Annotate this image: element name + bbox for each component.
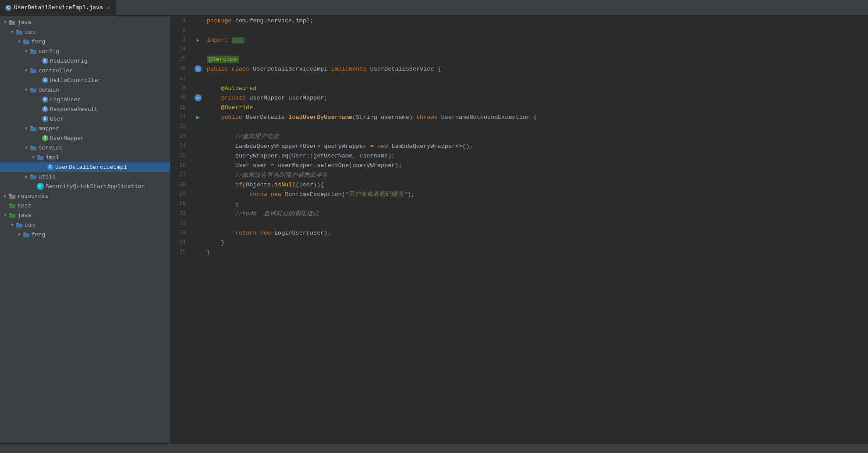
code-line-33: 33 return new LoginUser(user); <box>171 228 868 238</box>
collapse-icon[interactable]: ▶ <box>197 38 200 43</box>
sidebar-item-test[interactable]: test <box>0 201 170 210</box>
code-line-19: 19 I private UserMapper userMapper; <box>171 93 868 103</box>
svg-rect-5 <box>23 39 26 41</box>
svg-rect-18 <box>30 175 36 179</box>
sidebar-label-config: config <box>39 48 59 55</box>
tree-arrow-java2: ▼ <box>2 212 9 219</box>
line-content-26: User user = userMapper.selectOne(queryWr… <box>203 161 868 170</box>
tab-close-button[interactable]: ✕ <box>107 5 110 11</box>
tree-arrow-service: ▼ <box>23 144 30 151</box>
line-content-33: return new LoginUser(user); <box>203 228 868 238</box>
folder-icon-resources <box>9 193 16 200</box>
sidebar-item-controller[interactable]: ▼ controller <box>0 66 170 75</box>
sidebar-label-utils: utils <box>39 174 56 180</box>
sidebar-item-responseresult[interactable]: C ResponseResult <box>0 104 170 114</box>
svg-rect-29 <box>23 232 26 234</box>
line-gutter-14 <box>193 45 203 54</box>
line-gutter-26 <box>193 161 203 170</box>
sidebar-label-mapper: mapper <box>39 125 59 132</box>
line-num-31: 31 <box>171 209 193 218</box>
sidebar-item-userdetailserviceimpl[interactable]: C UserDetailServiceImpl ➤ <box>0 162 170 172</box>
line-num-29: 29 <box>171 189 193 199</box>
code-line-30: 30 } <box>171 199 868 209</box>
file-icon-responseresult: C <box>42 106 48 112</box>
sidebar-item-feng[interactable]: ▼ feng <box>0 37 170 46</box>
sidebar-label-controller: controller <box>39 68 73 74</box>
folder-icon-service <box>30 144 37 151</box>
file-icon-loginuser: C <box>42 96 48 103</box>
sidebar-label-java: java <box>18 19 31 26</box>
sidebar-item-mapper[interactable]: ▼ mapper <box>0 124 170 133</box>
line-num-18: 18 <box>171 83 193 93</box>
sidebar-item-config[interactable]: ▼ config <box>0 46 170 56</box>
sidebar-item-redisconfig[interactable]: C RedisConfig <box>0 56 170 66</box>
tab-UserDetailServiceImpl[interactable]: C UserDetailServiceImpl.java ✕ <box>0 0 116 15</box>
svg-rect-16 <box>37 156 43 160</box>
folder-icon-impl <box>37 154 44 161</box>
code-editor[interactable]: 1 package com.feng.service.impl; 2 3 ▶ <box>171 16 868 443</box>
folder-icon-test <box>9 202 16 209</box>
svg-rect-21 <box>9 194 12 195</box>
svg-rect-9 <box>30 68 33 70</box>
sidebar-label-hellocontroller: HelloController <box>50 77 101 84</box>
sidebar-item-com[interactable]: ▼ com <box>0 27 170 37</box>
line-num-20: 20 <box>171 103 193 112</box>
line-content-18: @Autowired <box>203 83 868 93</box>
code-line-32: 32 <box>171 218 868 228</box>
line-num-3: 3 <box>171 35 193 45</box>
gutter-impl-icon: I <box>195 65 202 72</box>
line-content-32 <box>203 218 868 228</box>
sidebar-item-java2[interactable]: ▼ java <box>0 210 170 220</box>
svg-rect-3 <box>16 30 19 31</box>
sidebar-label-com: com <box>25 29 35 36</box>
line-num-28: 28 <box>171 180 193 189</box>
svg-rect-7 <box>30 49 33 50</box>
gutter-run-icon-21[interactable]: ▶ <box>196 114 200 121</box>
code-line-31: 31 //todo 查询对应的权限信息 <box>171 209 868 218</box>
folder-icon-domain <box>30 86 37 93</box>
line-num-25: 25 <box>171 151 193 161</box>
line-gutter-31 <box>193 209 203 218</box>
sidebar-item-impl[interactable]: ▼ impl <box>0 153 170 162</box>
line-num-35: 35 <box>171 247 193 257</box>
sidebar-item-feng2[interactable]: ▼ feng <box>0 230 170 239</box>
line-content-25: queryWrapper.eq(User::getUserName, usern… <box>203 151 868 161</box>
sidebar-item-resources[interactable]: ▶ resources <box>0 191 170 201</box>
sidebar-item-domain[interactable]: ▼ domain <box>0 85 170 95</box>
sidebar-item-utils[interactable]: ▶ utils <box>0 172 170 182</box>
line-num-17: 17 <box>171 74 193 83</box>
sidebar-item-usermapper[interactable]: I UserMapper <box>0 133 170 143</box>
file-icon-securityapp: C <box>37 183 44 190</box>
sidebar-item-com2[interactable]: ▼ com <box>0 220 170 230</box>
svg-rect-12 <box>30 127 36 131</box>
sidebar-label-responseresult: ResponseResult <box>50 106 98 113</box>
sidebar-item-java[interactable]: ▼ java <box>0 18 170 27</box>
sidebar-item-user[interactable]: C User <box>0 114 170 124</box>
line-content-29: throw new RuntimeException("用户名或者密码错误"); <box>203 189 868 199</box>
folder-icon-java <box>9 19 16 26</box>
sidebar-label-test: test <box>18 203 31 209</box>
file-icon-usermapper: I <box>42 135 48 141</box>
sidebar-item-service[interactable]: ▼ service <box>0 143 170 153</box>
sidebar-item-loginuser[interactable]: C LoginUser <box>0 95 170 104</box>
sidebar-label-securityapp: SecurityQuickStartApplication <box>46 183 145 190</box>
tree-arrow-test <box>2 202 9 209</box>
sidebar-item-securityquickstartapplication[interactable]: C SecurityQuickStartApplication <box>0 182 170 191</box>
svg-rect-20 <box>9 195 15 199</box>
code-line-17: 17 <box>171 74 868 83</box>
code-table: 1 package com.feng.service.impl; 2 3 ▶ <box>171 16 868 257</box>
tree-arrow-controller: ▼ <box>23 67 30 74</box>
sidebar-item-hellocontroller[interactable]: C HelloController <box>0 75 170 85</box>
line-gutter-16: I <box>193 64 203 74</box>
line-content-14 <box>203 45 868 54</box>
line-num-16: 16 <box>171 64 193 74</box>
sidebar-label-com2: com <box>25 222 35 228</box>
code-line-16: 16 I public class UserDetailServiceImpl … <box>171 64 868 74</box>
line-gutter-23 <box>193 132 203 141</box>
line-num-21: 21 <box>171 112 193 122</box>
code-line-21: 21 ▶ public UserDetails loadUserByUserna… <box>171 112 868 122</box>
folder-icon-com2 <box>16 221 23 228</box>
line-num-19: 19 <box>171 93 193 103</box>
line-gutter-33 <box>193 228 203 238</box>
line-content-23: //查询用户信息 <box>203 132 868 141</box>
